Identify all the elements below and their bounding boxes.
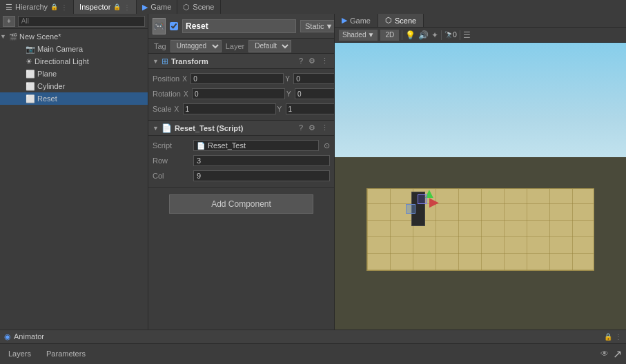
hierarchy-panel: + ▼ 🎬 New Scene* 📷 Main Camera ☀ Directi… xyxy=(0,14,148,330)
col-input[interactable] xyxy=(193,170,330,181)
position-inputs: X Y Z xyxy=(182,73,334,84)
animator-tab-layers[interactable]: Layers xyxy=(4,348,35,359)
animator-layers-label: Layers xyxy=(8,350,31,358)
transform-settings-button[interactable]: ⚙ xyxy=(307,57,317,65)
hierarchy-more-icon[interactable]: ⋮ xyxy=(61,3,68,11)
tag-layer-row: Tag Untagged Layer Default xyxy=(148,39,334,54)
position-x-input[interactable] xyxy=(190,73,284,84)
add-component-label: Add Component xyxy=(211,199,271,209)
rotation-row: Rotation X Y Z xyxy=(153,87,330,101)
add-component-button[interactable]: Add Component xyxy=(169,194,313,214)
animator-eye-icon[interactable]: 👁 xyxy=(600,349,609,358)
position-y-input[interactable] xyxy=(293,73,334,84)
main-camera-label: Main Camera xyxy=(37,45,83,53)
shaded-arrow: ▼ xyxy=(367,31,374,39)
position-y-label: Y xyxy=(285,75,292,83)
scale-y-field: Y xyxy=(277,103,334,114)
hierarchy-item-reset[interactable]: ⬜ Reset xyxy=(0,92,148,105)
animator-tab-parameters[interactable]: Parameters xyxy=(42,348,90,359)
tab-inspector[interactable]: Inspector 🔒 ⋮ xyxy=(74,0,137,14)
hierarchy-tab-icon: ☰ xyxy=(6,3,12,12)
game-view-tab[interactable]: ▶ Game xyxy=(335,14,378,27)
animator-right: 👁 ↗ xyxy=(600,347,622,361)
row-input[interactable] xyxy=(193,155,330,166)
tag-label: Tag xyxy=(154,42,166,50)
script-more-icon[interactable]: ⊙ xyxy=(324,141,330,150)
layer-select[interactable]: Default xyxy=(248,40,291,52)
scale-x-input[interactable] xyxy=(183,103,276,114)
static-label: Static xyxy=(305,22,324,30)
scale-y-input[interactable] xyxy=(286,103,334,114)
scale-row: Scale X Y Z xyxy=(153,102,330,116)
script-expand-arrow: ▼ xyxy=(153,125,159,132)
tab-hierarchy[interactable]: ☰ Hierarchy 🔒 ⋮ xyxy=(0,0,74,14)
layer-label: Layer xyxy=(226,42,245,50)
hierarchy-search-input[interactable] xyxy=(18,16,145,27)
object-name-input[interactable] xyxy=(182,19,296,33)
script-value-display: 📄 Reset_Test xyxy=(193,140,319,151)
shaded-dropdown[interactable]: Shaded ▼ xyxy=(339,30,378,41)
position-y-field: Y xyxy=(285,73,334,84)
scene-tab-label: Scene xyxy=(193,3,214,11)
game-tab-label: Game xyxy=(150,3,171,11)
script-name-text: Reset_Test xyxy=(208,141,246,150)
scene-tab-icon: ⬡ xyxy=(183,3,190,12)
position-row: Position X Y Z xyxy=(153,72,330,85)
audio-icon[interactable]: 🔊 xyxy=(418,30,429,40)
hierarchy-toolbar: + xyxy=(0,14,148,29)
script-settings-button[interactable]: ⚙ xyxy=(307,123,317,132)
inspector-panel: 🎮 Static ▼ Tag Untagged Layer Default xyxy=(148,14,335,330)
transform-expand-arrow: ▼ xyxy=(153,58,159,65)
script-more-button[interactable]: ⋮ xyxy=(320,123,330,132)
position-label: Position xyxy=(153,74,179,83)
hierarchy-scene-root[interactable]: ▼ 🎬 New Scene* xyxy=(0,30,148,43)
inspector-lock-icon: 🔒 xyxy=(113,3,121,10)
animator-more-icon[interactable]: ⋮ xyxy=(615,333,622,341)
scene-view-icon: ⬡ xyxy=(385,16,392,25)
transform-help-button[interactable]: ? xyxy=(297,57,304,65)
script-icon: 📄 xyxy=(162,123,172,133)
script-row-field: Row xyxy=(153,154,330,168)
twod-button[interactable]: 2D xyxy=(380,30,399,41)
scene-panel: ▶ Game ⬡ Scene Shaded ▼ 2D 💡 🔊 ✦ 🔭0 xyxy=(335,14,626,330)
object-enabled-checkbox[interactable] xyxy=(170,22,178,30)
gizmo-label: 🔭0 xyxy=(444,31,457,39)
inspector-more-icon[interactable]: ⋮ xyxy=(124,3,130,11)
hierarchy-item-cylinder[interactable]: ⬜ Cylinder xyxy=(0,80,148,92)
script-actions: ? ⚙ ⋮ xyxy=(297,123,330,132)
scene-view-tab[interactable]: ⬡ Scene xyxy=(378,14,424,27)
position-x-label: X xyxy=(182,75,189,83)
toolbar-divider-2 xyxy=(441,30,442,40)
scene-view[interactable]: ▲ ▶ xyxy=(335,43,626,330)
script-component-header[interactable]: ▼ 📄 Reset_Test (Script) ? ⚙ ⋮ xyxy=(148,121,334,136)
twod-label: 2D xyxy=(385,31,394,39)
light-icon[interactable]: 💡 xyxy=(405,30,415,40)
rotation-x-label: X xyxy=(184,90,190,98)
hierarchy-create-button[interactable]: + xyxy=(3,16,15,27)
scene-arrow: ▼ xyxy=(0,33,7,40)
transform-component-header[interactable]: ▼ ⊞ Transform ? ⚙ ⋮ xyxy=(148,54,334,69)
directional-light-icon: ☀ xyxy=(26,57,32,66)
script-help-button[interactable]: ? xyxy=(297,123,304,132)
toolbar-divider-3 xyxy=(460,30,460,40)
static-button[interactable]: Static ▼ xyxy=(300,20,335,32)
scene-toolbar: Shaded ▼ 2D 💡 🔊 ✦ 🔭0 ☰ xyxy=(335,28,626,43)
hierarchy-item-directional-light[interactable]: ☀ Directional Light xyxy=(0,55,148,68)
scale-x-field: X xyxy=(175,103,276,114)
grid-settings-icon[interactable]: ☰ xyxy=(463,30,471,40)
plane-icon: ⬜ xyxy=(26,70,35,79)
tab-game[interactable]: ▶ Game xyxy=(137,0,177,14)
hierarchy-item-plane[interactable]: ⬜ Plane xyxy=(0,68,148,80)
rotation-label: Rotation xyxy=(153,90,181,98)
hierarchy-item-main-camera[interactable]: 📷 Main Camera xyxy=(0,43,148,55)
hierarchy-tab-label: Hierarchy xyxy=(15,3,48,11)
animator-lock-icon: 🔒 xyxy=(604,333,612,341)
tag-select[interactable]: Untagged xyxy=(170,40,222,52)
tab-scene[interactable]: ⬡ Scene xyxy=(177,0,220,14)
transform-more-button[interactable]: ⋮ xyxy=(320,57,330,65)
fx-icon[interactable]: ✦ xyxy=(431,30,438,40)
game-tab-icon: ▶ xyxy=(142,3,148,12)
scale-x-label: X xyxy=(175,105,182,113)
rotation-y-input[interactable] xyxy=(295,88,334,99)
rotation-x-input[interactable] xyxy=(192,88,285,99)
